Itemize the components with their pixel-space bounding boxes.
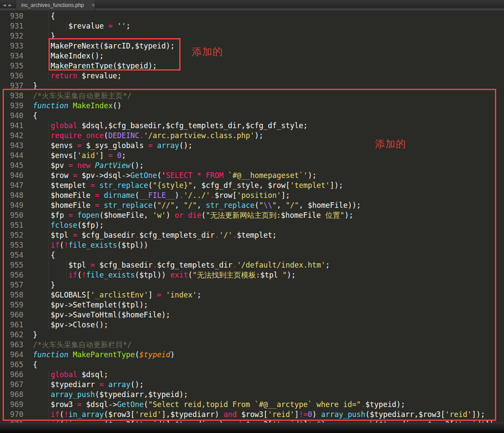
line-number: 931 <box>0 21 23 31</box>
code-line: 936 return $revalue; <box>0 71 504 81</box>
line-number: 934 <box>0 51 23 61</box>
code-line: 930 { <box>0 11 504 21</box>
line-number: 936 <box>0 71 23 81</box>
tab-bar: ◄ ► inc_archives_functions.php × <box>0 0 504 10</box>
tab-close-icon[interactable]: × <box>92 0 95 10</box>
added-code-highlight-box-1 <box>48 38 181 71</box>
added-annotation-2: 添加的 <box>375 137 406 151</box>
line-number: 932 <box>0 31 23 41</box>
nav-back-icon[interactable]: ◄ <box>3 0 6 10</box>
nav-forward-icon[interactable]: ► <box>9 0 12 10</box>
added-annotation-1: 添加的 <box>192 45 223 58</box>
tab-nav-controls: ◄ ► <box>3 0 12 10</box>
code-text: $revalue = ''; <box>33 21 130 31</box>
bottom-bar <box>0 423 504 433</box>
line-number: 935 <box>0 61 23 71</box>
tab-inc-archives-functions[interactable]: inc_archives_functions.php × <box>16 0 95 10</box>
code-text: { <box>33 11 55 21</box>
code-line: 931 $revalue = ''; <box>0 21 504 31</box>
code-text: return $revalue; <box>33 71 122 81</box>
added-code-highlight-box-2 <box>3 89 496 421</box>
line-number: 930 <box>0 11 23 21</box>
editor-window: ◄ ► inc_archives_functions.php × 930 {93… <box>0 0 504 433</box>
tab-title: inc_archives_functions.php <box>16 2 84 8</box>
line-number: 933 <box>0 41 23 51</box>
